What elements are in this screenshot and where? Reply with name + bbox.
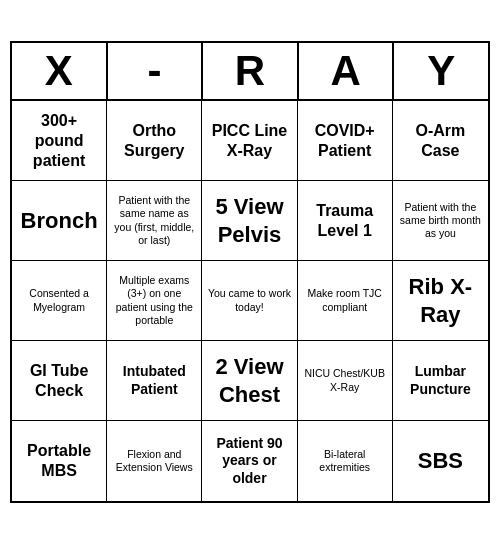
bingo-cell-22: Patient 90 years or older	[202, 421, 297, 501]
bingo-cell-23: Bi-lateral extremities	[298, 421, 393, 501]
bingo-title: X-RAY	[12, 43, 488, 101]
bingo-cell-14: Rib X-Ray	[393, 261, 488, 341]
bingo-cell-6: Patient with the same name as you (first…	[107, 181, 202, 261]
bingo-grid: 300+ pound patientOrtho SurgeryPICC Line…	[12, 101, 488, 501]
bingo-cell-18: NICU Chest/KUB X-Ray	[298, 341, 393, 421]
bingo-cell-2: PICC Line X-Ray	[202, 101, 297, 181]
bingo-cell-5: Bronch	[12, 181, 107, 261]
title-letter-3: A	[299, 43, 395, 99]
bingo-cell-0: 300+ pound patient	[12, 101, 107, 181]
title-letter-2: R	[203, 43, 299, 99]
bingo-cell-7: 5 View Pelvis	[202, 181, 297, 261]
bingo-card: X-RAY 300+ pound patientOrtho SurgeryPIC…	[10, 41, 490, 503]
title-letter-4: Y	[394, 43, 488, 99]
bingo-cell-15: GI Tube Check	[12, 341, 107, 421]
bingo-cell-11: Multiple exams (3+) on one patient using…	[107, 261, 202, 341]
bingo-cell-16: Intubated Patient	[107, 341, 202, 421]
bingo-cell-10: Consented a Myelogram	[12, 261, 107, 341]
title-letter-1: -	[108, 43, 204, 99]
bingo-cell-19: Lumbar Puncture	[393, 341, 488, 421]
bingo-cell-13: Make room TJC compliant	[298, 261, 393, 341]
bingo-cell-20: Portable MBS	[12, 421, 107, 501]
bingo-cell-24: SBS	[393, 421, 488, 501]
bingo-cell-3: COVID+ Patient	[298, 101, 393, 181]
bingo-cell-1: Ortho Surgery	[107, 101, 202, 181]
bingo-cell-9: Patient with the same birth month as you	[393, 181, 488, 261]
title-letter-0: X	[12, 43, 108, 99]
bingo-cell-12: You came to work today!	[202, 261, 297, 341]
bingo-cell-21: Flexion and Extension Views	[107, 421, 202, 501]
bingo-cell-4: O-Arm Case	[393, 101, 488, 181]
bingo-cell-17: 2 View Chest	[202, 341, 297, 421]
bingo-cell-8: Trauma Level 1	[298, 181, 393, 261]
